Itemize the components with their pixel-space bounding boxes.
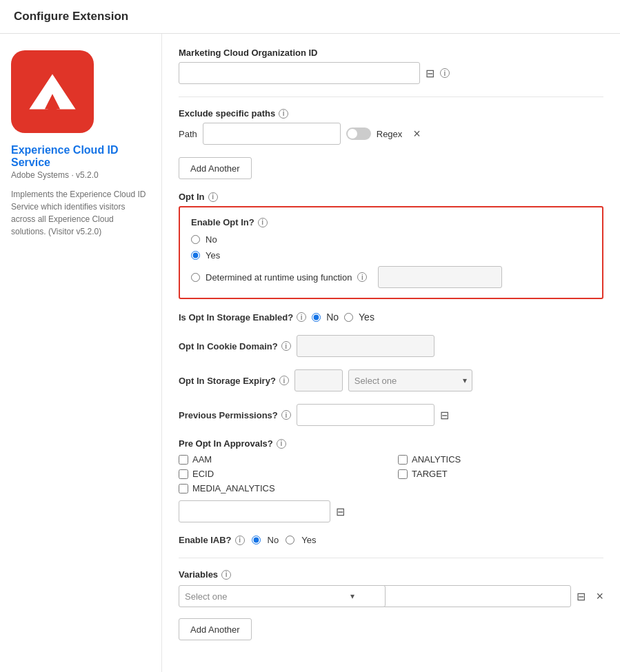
path-close-icon[interactable]: ×	[413, 127, 421, 141]
variables-info-icon[interactable]: i	[221, 570, 231, 580]
prev-perm-input[interactable]	[297, 404, 434, 426]
data-element-row: ⊟	[179, 500, 603, 522]
variables-close-icon[interactable]: ×	[597, 589, 604, 604]
marketing-cloud-input-row: ⊟ i	[179, 62, 603, 84]
pre-opt-in-approvals-info-icon[interactable]: i	[277, 439, 286, 449]
main-layout: Experience Cloud ID Service Adobe System…	[0, 34, 620, 672]
opt-in-storage-info-icon[interactable]: i	[297, 312, 306, 322]
pre-opt-in-approvals-group: Pre Opt In Approvals? i AAM ANALYTICS EC…	[179, 438, 603, 522]
exclude-paths-label: Exclude specific paths i	[179, 108, 603, 119]
checkbox-media-analytics-row: MEDIA_ANALYTICS	[179, 483, 384, 493]
opt-in-storage-no-label: No	[326, 312, 339, 323]
checkbox-media-analytics[interactable]	[179, 484, 188, 493]
iab-no-label: No	[268, 535, 279, 545]
checkbox-analytics-row: ANALYTICS	[398, 454, 603, 465]
add-another-top-button[interactable]: Add Another	[179, 157, 252, 179]
expiry-select-wrapper: Select one Days Weeks Months Years	[348, 369, 472, 391]
pre-opt-in-approvals-label: Pre Opt In Approvals? i	[179, 438, 603, 449]
expiry-select[interactable]: Select one Days Weeks Months Years	[348, 369, 472, 391]
path-input[interactable]	[203, 123, 341, 145]
enable-opt-in-title: Enable Opt In? i	[191, 217, 591, 227]
variables-select-wrapper: Select one	[179, 585, 360, 607]
opt-in-cookie-row: Opt In Cookie Domain? i	[179, 335, 603, 357]
opt-in-no-row: No	[191, 234, 591, 245]
opt-in-box: Enable Opt In? i No Yes Determined at ru…	[179, 206, 603, 299]
app-logo	[11, 50, 94, 133]
opt-in-expiry-row: Opt In Storage Expiry? i Select one Days…	[179, 369, 603, 391]
checkbox-aam-row: AAM	[179, 454, 384, 465]
extension-vendor: Adobe Systems · v5.2.0	[11, 170, 150, 180]
page-header: Configure Extension	[0, 0, 620, 34]
variables-value-input[interactable]	[377, 585, 571, 607]
variables-db-icon[interactable]: ⊟	[577, 590, 586, 603]
enable-opt-in-info-icon[interactable]: i	[258, 218, 268, 227]
pre-opt-in-approvals-grid: AAM ANALYTICS ECID TARGET MEDIA_ANALYTIC…	[179, 454, 603, 493]
iab-yes-radio[interactable]	[286, 536, 294, 544]
opt-in-cookie-info-icon[interactable]: i	[281, 341, 291, 351]
marketing-cloud-info-icon[interactable]: i	[440, 68, 450, 78]
previous-permissions-group: Previous Permissions? i ⊟	[179, 404, 603, 426]
checkbox-ecid-label: ECID	[192, 469, 214, 479]
checkbox-aam-label: AAM	[192, 454, 212, 465]
opt-in-storage-no-radio[interactable]	[312, 313, 321, 322]
variables-row: Select one = ⊟ ×	[179, 585, 603, 607]
content-area: Marketing Cloud Organization ID ⊟ i Excl…	[162, 34, 620, 672]
path-row: Path Regex ×	[179, 123, 603, 145]
regex-toggle[interactable]	[346, 128, 371, 140]
opt-in-yes-radio[interactable]	[191, 251, 200, 260]
divider-2	[179, 558, 603, 558]
opt-in-storage-label: Is Opt In Storage Enabled? i	[179, 312, 306, 323]
exclude-paths-info-icon[interactable]: i	[279, 109, 288, 119]
variables-section: Variables i Select one = ⊟ ×	[179, 569, 603, 607]
opt-in-cookie-label: Opt In Cookie Domain? i	[179, 341, 291, 352]
opt-in-expiry-info-icon[interactable]: i	[279, 376, 289, 385]
opt-in-storage-yes-label: Yes	[359, 312, 374, 323]
opt-in-runtime-label: Determined at runtime using function	[206, 272, 352, 283]
opt-in-no-radio[interactable]	[191, 235, 200, 244]
data-element-input[interactable]	[179, 500, 330, 522]
enable-iab-group: Enable IAB? i No Yes	[179, 535, 603, 545]
iab-yes-label: Yes	[301, 535, 316, 545]
prev-perm-info-icon[interactable]: i	[281, 410, 291, 420]
opt-in-cookie-input[interactable]	[297, 335, 434, 357]
runtime-function-input[interactable]	[378, 266, 502, 288]
path-label: Path	[179, 129, 197, 139]
marketing-cloud-label: Marketing Cloud Organization ID	[179, 48, 603, 58]
expiry-num-input[interactable]	[294, 369, 343, 391]
opt-in-runtime-radio[interactable]	[191, 273, 200, 282]
opt-in-expiry-group: Opt In Storage Expiry? i Select one Days…	[179, 369, 603, 391]
checkbox-analytics[interactable]	[398, 455, 408, 465]
marketing-cloud-db-icon[interactable]: ⊟	[426, 67, 434, 80]
opt-in-cookie-group: Opt In Cookie Domain? i	[179, 335, 603, 357]
opt-in-storage-group: Is Opt In Storage Enabled? i No Yes	[179, 312, 603, 323]
runtime-info-icon[interactable]: i	[357, 272, 367, 282]
extension-description: Implements the Experience Cloud ID Servi…	[11, 188, 150, 238]
checkbox-aam[interactable]	[179, 455, 188, 465]
checkbox-media-analytics-label: MEDIA_ANALYTICS	[192, 483, 275, 493]
checkbox-target[interactable]	[398, 469, 408, 479]
opt-in-expiry-label: Opt In Storage Expiry? i	[179, 376, 289, 386]
exclude-paths-group: Exclude specific paths i Path Regex ×	[179, 108, 603, 145]
iab-info-icon[interactable]: i	[235, 536, 245, 545]
checkbox-ecid[interactable]	[179, 469, 188, 479]
iab-row: Enable IAB? i No Yes	[179, 535, 603, 545]
marketing-cloud-org-group: Marketing Cloud Organization ID ⊟ i	[179, 48, 603, 84]
opt-in-runtime-row: Determined at runtime using function i	[191, 266, 591, 288]
opt-in-label: Opt In i	[179, 192, 603, 202]
marketing-cloud-input[interactable]	[179, 62, 420, 84]
variables-select[interactable]: Select one	[179, 585, 386, 607]
opt-in-section: Opt In i Enable Opt In? i No Yes	[179, 192, 603, 299]
opt-in-yes-row: Yes	[191, 250, 591, 261]
prev-perm-db-icon[interactable]: ⊟	[440, 409, 449, 422]
opt-in-yes-label: Yes	[206, 250, 220, 261]
add-another-top-container: Add Another	[179, 157, 603, 179]
add-another-bottom-button[interactable]: Add Another	[179, 618, 252, 640]
regex-label: Regex	[377, 129, 403, 139]
iab-no-radio[interactable]	[252, 536, 261, 544]
checkbox-analytics-label: ANALYTICS	[412, 454, 461, 465]
data-element-db-icon[interactable]: ⊟	[336, 505, 345, 518]
opt-in-info-icon[interactable]: i	[208, 192, 218, 202]
opt-in-storage-yes-radio[interactable]	[344, 313, 353, 322]
opt-in-no-label: No	[206, 234, 217, 245]
checkbox-target-row: TARGET	[398, 469, 603, 479]
